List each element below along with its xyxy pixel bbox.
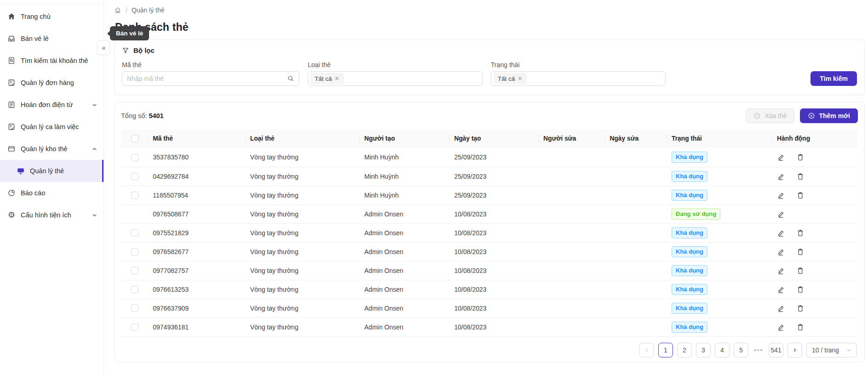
delete-cards-button[interactable]: Xóa thẻ bbox=[746, 108, 794, 123]
file-search-icon bbox=[7, 57, 16, 65]
delete-icon[interactable] bbox=[796, 304, 805, 312]
cell-editor bbox=[539, 299, 605, 317]
edit-icon[interactable] bbox=[777, 210, 785, 218]
invoice-icon bbox=[7, 101, 16, 109]
cell-edited bbox=[605, 317, 667, 336]
sidebar-item-trang-chu[interactable]: Trang chủ bbox=[0, 6, 103, 28]
row-checkbox[interactable] bbox=[131, 192, 138, 199]
sidebar-item-bao-cao[interactable]: Báo cáo bbox=[0, 182, 103, 204]
delete-icon[interactable] bbox=[796, 248, 805, 256]
table-row: 0974936181 Vòng tay thường Admin Onsen 1… bbox=[121, 317, 858, 336]
cell-edited bbox=[605, 280, 667, 299]
edit-icon[interactable] bbox=[777, 304, 785, 312]
cell-type: Vòng tay thường bbox=[246, 280, 360, 299]
pagination-page-last[interactable]: 541 bbox=[769, 343, 783, 357]
table-row: 0976582677 Vòng tay thường Admin Onsen 1… bbox=[121, 242, 858, 261]
cell-creator: Minh Huỳnh bbox=[360, 167, 449, 186]
col-hanh-dong: Hành động bbox=[772, 129, 858, 148]
sidebar-item-ban-ve-le[interactable]: Bán vé lẻ bbox=[0, 28, 103, 50]
edit-icon[interactable] bbox=[777, 323, 785, 331]
pagination-page-3[interactable]: 3 bbox=[696, 343, 711, 357]
cell-creator: Admin Onsen bbox=[360, 223, 449, 242]
edit-icon[interactable] bbox=[777, 191, 785, 199]
sidebar-item-quan-ly-don-hang[interactable]: Quản lý đơn hàng bbox=[0, 72, 103, 94]
sidebar-collapse-button[interactable]: « bbox=[98, 40, 110, 55]
cell-code: 0974936181 bbox=[148, 317, 245, 336]
col-nguoi-sua: Người sửa bbox=[539, 129, 605, 148]
sidebar-item-cau-hinh-tien-ich[interactable]: ⚙ Cấu hình tiện ích bbox=[0, 204, 103, 226]
row-checkbox[interactable] bbox=[131, 323, 138, 331]
sidebar-item-quan-ly-kho-the[interactable]: Quản lý kho thẻ bbox=[0, 138, 103, 160]
edit-icon[interactable] bbox=[777, 266, 785, 275]
cell-type: Vòng tay thường bbox=[246, 148, 360, 167]
cell-type: Vòng tay thường bbox=[246, 223, 360, 242]
status-select[interactable]: Tất cả ✕ bbox=[491, 71, 666, 86]
row-checkbox[interactable] bbox=[131, 305, 138, 312]
pagination-page-2[interactable]: 2 bbox=[677, 343, 692, 357]
status-badge: Khả dụng bbox=[672, 303, 707, 314]
card-type-select[interactable]: Tất cả ✕ bbox=[308, 71, 483, 86]
row-checkbox[interactable] bbox=[131, 229, 138, 237]
delete-icon[interactable] bbox=[796, 172, 805, 181]
sidebar-item-quan-ly-ca-lam-viec[interactable]: Quản lý ca làm việc bbox=[0, 116, 103, 138]
status-badge: Khả dụng bbox=[672, 322, 707, 333]
tag-remove-icon[interactable]: ✕ bbox=[335, 75, 339, 82]
sidebar-item-quan-ly-the[interactable]: Quản lý thẻ bbox=[0, 160, 103, 182]
sidebar-item-label: Bán vé lẻ bbox=[21, 35, 48, 42]
search-icon[interactable] bbox=[287, 75, 294, 82]
pagination: 1 2 3 4 5 ••• 541 10 / trang bbox=[121, 343, 858, 357]
edit-icon[interactable] bbox=[777, 285, 785, 294]
search-button[interactable]: Tìm kiếm bbox=[811, 71, 857, 86]
pagination-next-button[interactable] bbox=[788, 343, 802, 357]
cell-created: 10/08/2023 bbox=[449, 280, 539, 299]
cell-creator: Minh Huỳnh bbox=[360, 148, 449, 167]
cell-editor bbox=[539, 280, 605, 299]
delete-icon[interactable] bbox=[796, 266, 805, 275]
cell-creator: Admin Onsen bbox=[360, 280, 449, 299]
row-checkbox[interactable] bbox=[131, 286, 138, 293]
card-code-input[interactable] bbox=[127, 75, 287, 82]
cell-type: Vòng tay thường bbox=[246, 299, 360, 317]
select-all-checkbox[interactable] bbox=[131, 135, 138, 142]
row-checkbox[interactable] bbox=[131, 248, 138, 255]
delete-icon[interactable] bbox=[796, 229, 805, 237]
row-checkbox[interactable] bbox=[131, 173, 138, 180]
edit-icon[interactable] bbox=[777, 248, 785, 256]
cell-type: Vòng tay thường bbox=[246, 261, 360, 280]
home-icon[interactable] bbox=[114, 6, 121, 14]
delete-icon[interactable] bbox=[796, 191, 805, 199]
sidebar-item-hoan-don-dien-tu[interactable]: Hoán đơn điện tử bbox=[0, 94, 103, 116]
breadcrumb-current[interactable]: Quản lý thẻ bbox=[132, 6, 165, 14]
edit-icon[interactable] bbox=[777, 153, 785, 161]
table-row: 0976613253 Vòng tay thường Admin Onsen 1… bbox=[121, 280, 858, 299]
table-row: 3537835780 Vòng tay thường Minh Huỳnh 25… bbox=[121, 148, 858, 167]
pagination-page-5[interactable]: 5 bbox=[734, 343, 748, 357]
pie-chart-icon bbox=[7, 189, 16, 197]
cell-created: 25/09/2023 bbox=[449, 148, 539, 167]
add-new-button[interactable]: Thêm mới bbox=[800, 108, 858, 123]
pagination-ellipsis[interactable]: ••• bbox=[753, 343, 765, 357]
edit-icon[interactable] bbox=[777, 229, 785, 237]
minus-circle-icon bbox=[753, 112, 761, 119]
pagination-page-4[interactable]: 4 bbox=[715, 343, 730, 357]
cell-code: 0976613253 bbox=[148, 280, 245, 299]
status-badge: Khả dụng bbox=[672, 152, 707, 163]
pagination-prev-button[interactable] bbox=[639, 343, 654, 357]
edit-icon[interactable] bbox=[777, 172, 785, 181]
cell-created: 25/09/2023 bbox=[449, 186, 539, 204]
page-size-select[interactable]: 10 / trang bbox=[806, 343, 857, 357]
status-badge: Khả dụng bbox=[672, 171, 707, 182]
page-title: Danh sách thẻ bbox=[115, 21, 865, 34]
tag-remove-icon[interactable]: ✕ bbox=[518, 75, 523, 82]
delete-icon[interactable] bbox=[796, 323, 805, 331]
row-checkbox[interactable] bbox=[131, 267, 138, 274]
sidebar-item-tim-kiem-tai-khoan-the[interactable]: Tìm kiếm tài khoản thẻ bbox=[0, 50, 103, 72]
row-checkbox[interactable] bbox=[131, 154, 138, 161]
status-badge: Khả dụng bbox=[672, 284, 707, 295]
delete-icon[interactable] bbox=[796, 285, 805, 294]
sidebar-item-label: Hoán đơn điện tử bbox=[21, 101, 73, 108]
cell-creator: Admin Onsen bbox=[360, 261, 449, 280]
delete-icon[interactable] bbox=[796, 153, 805, 161]
cell-editor bbox=[539, 242, 605, 261]
pagination-page-1[interactable]: 1 bbox=[658, 343, 673, 357]
